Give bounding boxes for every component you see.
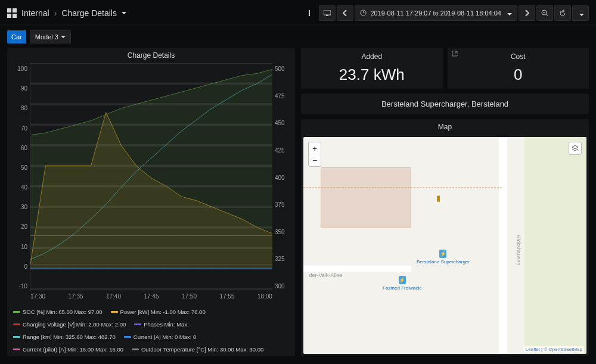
time-next-button[interactable] <box>519 5 535 21</box>
breadcrumb-title[interactable]: Charge Details <box>61 8 126 18</box>
x-axis: 17:3017:3517:4017:4517:5017:5518:00 <box>30 293 272 300</box>
y-axis-left: 1009080706050403020100-10 <box>7 63 30 306</box>
refresh-button[interactable] <box>554 5 571 21</box>
stat-cost-value: 0 <box>452 66 585 84</box>
legend-label: Current (pilot) [A] Min: 16.00 Max: 16.0… <box>23 346 123 353</box>
time-range-picker[interactable]: 2019-08-11 17:29:07 to 2019-08-11 18:04:… <box>355 5 517 21</box>
legend-label: Phases Min: Max: <box>144 321 189 328</box>
topbar: Internal › Charge Details 2019-08-11 17:… <box>0 0 596 26</box>
variable-value-dropdown[interactable]: Model 3 <box>30 30 71 43</box>
map-road-dashed <box>303 187 502 188</box>
zoom-out-button[interactable] <box>536 5 553 21</box>
breadcrumb-folder[interactable]: Internal <box>21 8 49 18</box>
legend-item[interactable]: SOC [%] Min: 65.00 Max: 97.00 <box>13 309 103 315</box>
stat-added: Added 23.7 kWh <box>301 48 443 89</box>
svg-rect-1 <box>13 8 17 13</box>
legend-item[interactable]: Power [kW] Min: -1.00 Max: 76.00 <box>111 309 206 315</box>
stat-added-value: 23.7 kWh <box>306 66 438 84</box>
map-road-horizontal <box>303 266 411 272</box>
time-range-label: 2019-08-11 17:29:07 to 2019-08-11 18:04:… <box>370 10 501 17</box>
legend-label: Current [A] Min: 0 Max: 0 <box>134 334 197 340</box>
svg-rect-3 <box>13 14 17 18</box>
legend-swatch <box>13 311 20 313</box>
breadcrumb: Internal › Charge Details <box>21 8 126 18</box>
dashboard-icon[interactable] <box>7 8 17 18</box>
map-panel: Map Rickshausen der-Valk-Allee ▮ Berstel… <box>301 119 589 356</box>
svg-rect-0 <box>7 8 11 13</box>
chevron-down-icon <box>505 10 512 17</box>
map-building <box>321 167 411 228</box>
legend-swatch <box>13 323 20 325</box>
map-zoom-out[interactable]: − <box>309 154 321 166</box>
legend-swatch <box>132 349 139 350</box>
legend-swatch <box>13 349 20 350</box>
map-green-area <box>524 137 587 354</box>
map-marker-icon: ▮ <box>436 194 440 203</box>
external-link-icon[interactable] <box>451 50 458 57</box>
legend-label: SOC [%] Min: 65.00 Max: 97.00 <box>23 309 103 315</box>
stat-added-label: Added <box>306 52 438 66</box>
svg-line-9 <box>546 14 548 16</box>
stat-cost-label: Cost <box>452 52 585 66</box>
chart-legend: SOC [%] Min: 65.00 Max: 97.00Power [kW] … <box>7 306 295 354</box>
map-title: Map <box>301 119 589 135</box>
legend-label: Range [km] Min: 325.60 Max: 482.70 <box>23 334 116 340</box>
map-poi-2[interactable]: Fastned Freiwalde <box>383 276 422 291</box>
variable-bar: Car Model 3 <box>0 26 596 48</box>
legend-swatch <box>13 336 20 338</box>
legend-label: Outdoor Temperature [°C] Min: 30.00 Max:… <box>141 346 263 353</box>
map-canvas[interactable]: Rickshausen der-Valk-Allee ▮ Bersteland … <box>303 137 586 354</box>
legend-label: Power [kW] Min: -1.00 Max: 76.00 <box>120 309 206 315</box>
map-poi-1[interactable]: Bersteland Supercharger <box>417 250 470 265</box>
add-panel-button[interactable] <box>301 5 318 21</box>
time-prev-button[interactable] <box>337 5 353 21</box>
road-name-v: Rickshausen <box>516 235 522 266</box>
chart-panel: Charge Details 1009080706050403020100-10… <box>7 48 295 356</box>
map-attribution[interactable]: Leaflet | © OpenStreetMap <box>524 346 584 353</box>
y-axis-right: 500475450425400375350325300 <box>272 63 295 306</box>
cycle-view-button[interactable] <box>319 5 336 21</box>
legend-item[interactable]: Current (pilot) [A] Min: 16.00 Max: 16.0… <box>13 346 123 353</box>
breadcrumb-sep: › <box>54 8 57 18</box>
stat-cost: Cost 0 <box>448 48 589 89</box>
map-zoom-in[interactable]: + <box>309 142 321 154</box>
legend-item[interactable]: Current [A] Min: 0 Max: 0 <box>124 334 197 340</box>
map-layers-button[interactable] <box>569 142 582 155</box>
map-zoom-control: + − <box>308 142 321 167</box>
legend-swatch <box>111 311 118 313</box>
svg-rect-6 <box>326 15 328 16</box>
refresh-menu-button[interactable] <box>572 5 589 21</box>
legend-item[interactable]: Charging Voltage [V] Min: 2.00 Max: 2.00 <box>13 321 126 328</box>
legend-swatch <box>124 336 131 338</box>
legend-item[interactable]: Phases Min: Max: <box>134 321 189 328</box>
legend-swatch <box>134 323 141 325</box>
clock-icon <box>360 10 367 16</box>
location-panel: Bersteland Supercharger, Bersteland <box>301 94 589 114</box>
svg-rect-4 <box>309 10 310 16</box>
map-road-vertical <box>499 137 507 354</box>
legend-item[interactable]: Outdoor Temperature [°C] Min: 30.00 Max:… <box>132 346 263 353</box>
svg-rect-2 <box>7 14 11 18</box>
chart-title: Charge Details <box>7 48 295 63</box>
chart-plot-area[interactable]: 17:3017:3517:4017:4517:5017:5518:00 <box>30 63 272 290</box>
svg-rect-5 <box>324 10 331 15</box>
legend-item[interactable]: Range [km] Min: 325.60 Max: 482.70 <box>13 334 116 340</box>
legend-label: Charging Voltage [V] Min: 2.00 Max: 2.00 <box>23 321 126 328</box>
variable-label: Car <box>7 30 26 43</box>
road-name-h: der-Valk-Allee <box>309 272 343 278</box>
